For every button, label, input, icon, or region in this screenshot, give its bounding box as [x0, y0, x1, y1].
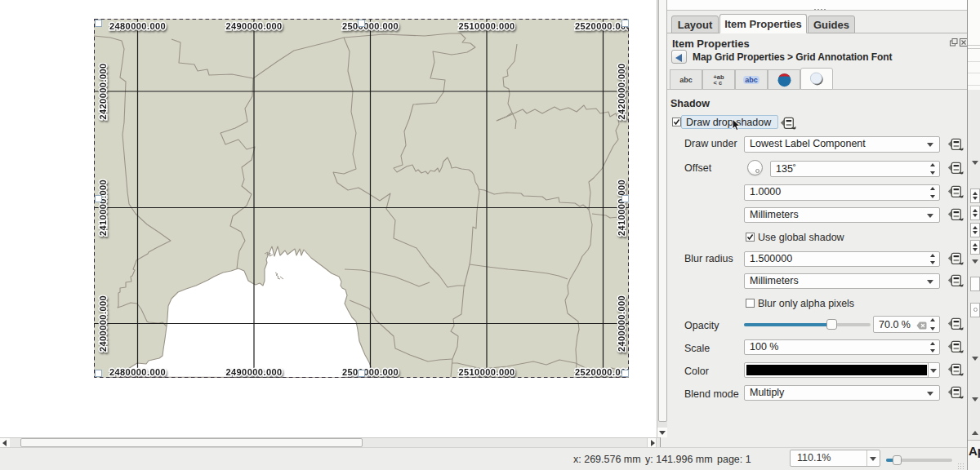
svg-text:2500000.000: 2500000.000 [342, 21, 399, 31]
svg-text:2410000.000: 2410000.000 [617, 180, 626, 236]
svg-text:2400000.000: 2400000.000 [617, 295, 626, 352]
svg-text:2420000.000: 2420000.000 [617, 63, 626, 119]
svg-text:2510000.000: 2510000.000 [458, 367, 514, 377]
svg-text:2490000.000: 2490000.000 [225, 367, 282, 377]
svg-text:2420000.000: 2420000.000 [98, 63, 108, 119]
svg-text:2480000.000: 2480000.000 [109, 21, 166, 31]
svg-text:2400000.000: 2400000.000 [98, 295, 108, 352]
svg-text:2490000.000: 2490000.000 [225, 21, 282, 31]
svg-text:2410000.000: 2410000.000 [98, 180, 108, 236]
svg-text:2500000.000: 2500000.000 [342, 367, 399, 377]
svg-text:2510000.000: 2510000.000 [458, 21, 514, 31]
svg-text:2480000.000: 2480000.000 [109, 367, 166, 377]
